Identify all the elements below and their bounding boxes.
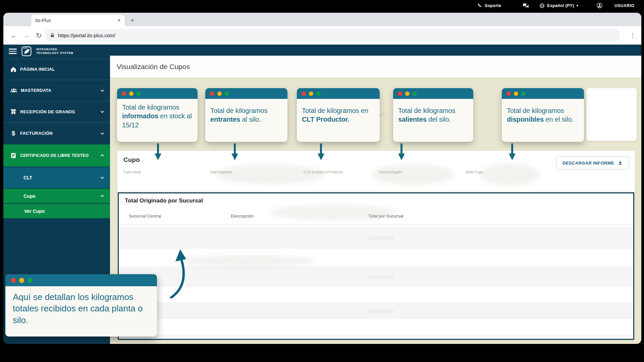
red-dot-icon xyxy=(506,92,511,96)
watermark-text: USUARIO xyxy=(368,308,394,314)
yellow-dot-icon xyxy=(217,92,222,96)
callout-card-titlebar xyxy=(502,88,584,99)
redacted-blur xyxy=(480,164,540,186)
language-label: Español (PY) xyxy=(547,3,574,8)
callout-text: Total de kilogramos disponibles en el si… xyxy=(502,99,584,128)
callout-card-titlebar xyxy=(393,88,473,99)
chevron-down-icon xyxy=(99,130,105,136)
url-text: https://portal.its-plus.com/ xyxy=(58,33,115,38)
browser-menu-button[interactable]: ⋮ xyxy=(627,26,639,45)
yellow-dot-icon xyxy=(129,92,133,96)
cupo-panel: Cupo Cupo inicial Total Originado CLTs E… xyxy=(117,151,635,192)
callout-card-titlebar xyxy=(5,274,157,286)
hamburger-menu-icon[interactable] xyxy=(9,47,17,56)
down-arrow-icon xyxy=(508,143,517,161)
table-row: USUARIO xyxy=(119,302,633,319)
lock-icon xyxy=(50,33,55,38)
sidebar-item-certificado-libre-testeo[interactable]: CERTIFICADO DE LIBRE TESTEO xyxy=(3,144,110,167)
phone-icon xyxy=(477,3,482,8)
sidebar-item-facturacion[interactable]: $ FACTURACIÓN xyxy=(3,123,110,144)
callout-text: Aquí se detallan los kilogramos totales … xyxy=(5,286,157,331)
sidebar-logo-row: INTEGRATED TECHNOLOGY SYSTEM xyxy=(3,45,110,58)
yellow-dot-icon xyxy=(405,92,410,96)
watermark-text: USUARIO xyxy=(368,274,394,280)
messages-button[interactable] xyxy=(523,0,529,11)
callout-card-salientes: Total de kilogramos salientes del silo. xyxy=(393,88,473,142)
group-icon xyxy=(10,87,17,94)
table-row xyxy=(119,335,633,339)
dollar-icon: $ xyxy=(10,130,17,137)
yellow-dot-icon xyxy=(309,92,313,96)
username-label: USUARIO xyxy=(614,0,635,11)
download-report-button[interactable]: DESCARGAR INFORME xyxy=(556,156,629,170)
sidebar-item-clt[interactable]: CLT xyxy=(3,167,110,188)
callout-text: Total de kilogramos entrantes al silo. xyxy=(205,99,287,128)
globe-icon xyxy=(539,3,545,8)
down-arrow-icon xyxy=(397,143,406,161)
table-row: USUARIO xyxy=(119,266,633,287)
new-tab-button[interactable]: + xyxy=(127,15,138,26)
yellow-dot-icon xyxy=(19,278,24,283)
back-button[interactable]: ← xyxy=(8,26,20,45)
forward-button[interactable]: → xyxy=(20,26,32,45)
callout-card-informados: Total de kilogramos informados en stock … xyxy=(117,88,198,142)
down-arrow-icon xyxy=(230,143,239,161)
address-bar[interactable]: https://portal.its-plus.com/ xyxy=(45,29,620,42)
sidebar-item-pagina-inicial[interactable]: PÁGINA INICIAL xyxy=(3,59,110,79)
reload-button[interactable]: ↻ xyxy=(33,26,45,45)
user-avatar-icon xyxy=(596,2,603,9)
chevron-down-icon xyxy=(99,109,105,115)
sidebar-item-recepcion-de-granos[interactable]: RECEPCIÓN DE GRANOS xyxy=(3,101,110,122)
red-dot-icon xyxy=(11,278,16,283)
its-leaf-logo xyxy=(21,46,32,56)
callout-card-disponibles: Total de kilogramos disponibles en el si… xyxy=(502,88,584,142)
callout-card-titlebar xyxy=(297,88,380,99)
table-header-descripcion: Descripción xyxy=(231,214,254,219)
green-dot-icon xyxy=(413,92,417,96)
green-dot-icon xyxy=(225,92,229,96)
document-icon xyxy=(10,152,17,159)
green-dot-icon xyxy=(28,278,33,283)
red-dot-icon xyxy=(210,92,214,96)
chevron-down-icon: ▾ xyxy=(577,4,578,7)
sidebar-item-cupo[interactable]: Cupo xyxy=(3,189,110,203)
redacted-blur xyxy=(176,255,317,267)
support-button[interactable]: Soporte xyxy=(477,0,501,11)
redacted-blur xyxy=(371,164,454,185)
callout-card-entrantes: Total de kilogramos entrantes al silo. xyxy=(205,88,287,142)
callout-text: Total de kilogramos salientes del silo. xyxy=(393,99,473,128)
red-dot-icon xyxy=(398,92,402,96)
cupo-panel-title: Cupo xyxy=(123,156,140,164)
down-arrow-icon xyxy=(154,143,162,161)
store-icon xyxy=(10,108,17,115)
column-label-cupo-inicial: Cupo inicial xyxy=(123,170,141,174)
green-dot-icon xyxy=(316,92,321,96)
language-selector[interactable]: Español (PY) ▾ xyxy=(539,0,578,11)
watermark-text: USUARIO xyxy=(368,235,394,241)
green-dot-icon xyxy=(137,92,141,96)
tab-title: Its-Plus xyxy=(35,18,117,23)
red-dot-icon xyxy=(302,92,306,96)
page-header: Visualización de Cupos xyxy=(110,56,641,78)
support-label: Soporte xyxy=(485,3,501,8)
red-dot-icon xyxy=(122,92,126,96)
curved-arrow-icon xyxy=(162,248,195,298)
yellow-dot-icon xyxy=(514,92,518,96)
browser-tab[interactable]: Its-Plus × xyxy=(31,15,125,26)
sidebar-item-masterdata[interactable]: MASTERDATA xyxy=(3,80,110,101)
chevron-up-icon xyxy=(99,153,105,159)
account-button[interactable] xyxy=(596,0,603,11)
redacted-blur xyxy=(269,205,397,220)
tab-close-icon[interactable]: × xyxy=(117,17,121,24)
callout-card-table-note: Aquí se detallan los kilogramos totales … xyxy=(5,274,157,337)
callout-card-titlebar xyxy=(117,88,198,99)
table-header-sucursal-central: Sucursal Central xyxy=(129,214,161,219)
callout-card-titlebar xyxy=(205,88,287,99)
home-icon xyxy=(10,66,17,73)
table-title: Total Originado por Sucursal xyxy=(125,197,203,204)
background-panel xyxy=(586,88,637,141)
redacted-blur xyxy=(215,164,325,184)
sidebar-item-ver-cupo[interactable]: Ver Cupo xyxy=(3,204,110,218)
down-arrow-icon xyxy=(317,143,325,161)
total-originado-table: Total Originado por Sucursal Sucursal Ce… xyxy=(118,192,634,340)
